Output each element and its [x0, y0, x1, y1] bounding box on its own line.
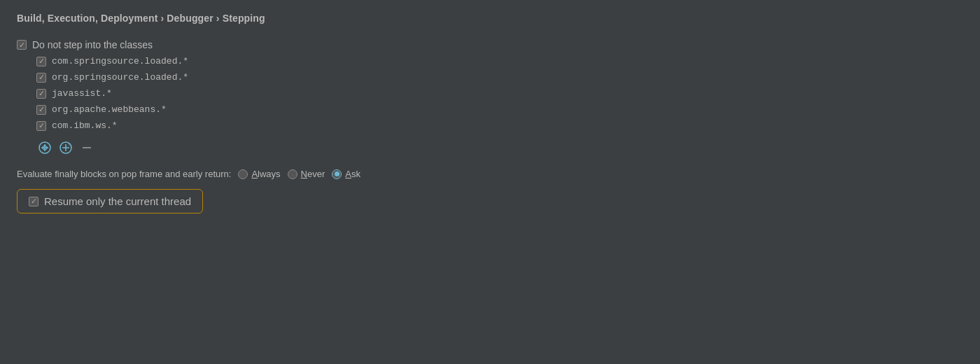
- class-checkbox-1[interactable]: [36, 73, 46, 83]
- do-not-step-checkbox[interactable]: [17, 40, 27, 50]
- settings-panel: Build, Execution, Deployment › Debugger …: [0, 0, 980, 364]
- do-not-step-checkbox-row[interactable]: Do not step into the classes: [17, 36, 963, 53]
- add-pattern-button[interactable]: ?: [57, 139, 74, 156]
- class-name-3: org.apache.webbeans.*: [52, 104, 167, 115]
- resume-checkbox-row[interactable]: Resume only the current thread: [17, 189, 203, 214]
- class-toolbar: ?: [17, 134, 963, 162]
- radio-always-label[interactable]: Always: [251, 169, 280, 179]
- add-pattern-icon: ?: [59, 141, 73, 155]
- class-checkbox-2[interactable]: [36, 89, 46, 99]
- evaluate-label: Evaluate finally blocks on pop frame and…: [17, 169, 231, 179]
- add-class-button[interactable]: [36, 139, 53, 156]
- breadcrumb: Build, Execution, Deployment › Debugger …: [17, 13, 963, 24]
- class-checkbox-3[interactable]: [36, 105, 46, 115]
- radio-never[interactable]: Never: [288, 169, 326, 179]
- class-name-2: javassist.*: [52, 88, 112, 99]
- radio-never-circle[interactable]: [288, 169, 298, 179]
- class-name-0: com.springsource.loaded.*: [52, 56, 188, 66]
- resume-label: Resume only the current thread: [44, 195, 191, 207]
- svg-point-4: [44, 145, 46, 146]
- class-name-4: com.ibm.ws.*: [52, 120, 118, 131]
- radio-ask-circle[interactable]: [332, 169, 342, 179]
- radio-always[interactable]: Always: [238, 169, 280, 179]
- class-name-1: org.springsource.loaded.*: [52, 72, 188, 83]
- add-class-icon: [38, 141, 52, 155]
- evaluate-row: Evaluate finally blocks on pop frame and…: [17, 169, 963, 179]
- radio-always-circle[interactable]: [238, 169, 248, 179]
- radio-ask-label[interactable]: Ask: [345, 169, 360, 179]
- do-not-step-label: Do not step into the classes: [32, 39, 153, 50]
- class-checkbox-4[interactable]: [36, 121, 46, 131]
- class-row-2[interactable]: javassist.*: [17, 85, 963, 102]
- do-not-step-section: Do not step into the classes com.springs…: [17, 36, 963, 162]
- resume-checkbox[interactable]: [29, 197, 38, 206]
- radio-ask[interactable]: Ask: [332, 169, 360, 179]
- class-row-0[interactable]: com.springsource.loaded.*: [17, 53, 963, 69]
- radio-never-label[interactable]: Never: [301, 169, 326, 179]
- remove-icon: [80, 141, 94, 155]
- class-checkbox-0[interactable]: [36, 57, 46, 66]
- class-row-4[interactable]: com.ibm.ws.*: [17, 118, 963, 134]
- remove-class-button[interactable]: [78, 139, 95, 156]
- class-row-1[interactable]: org.springsource.loaded.*: [17, 69, 963, 85]
- class-row-3[interactable]: org.apache.webbeans.*: [17, 102, 963, 118]
